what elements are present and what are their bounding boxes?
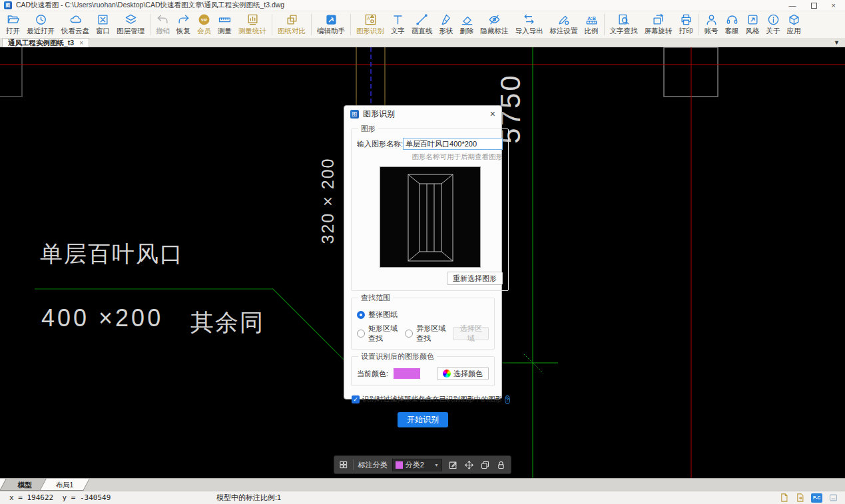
pick-color-button[interactable]: 选择颜色	[437, 367, 489, 380]
toolbar-button-shape[interactable]: 形状	[436, 12, 457, 37]
toolbar-button-clock[interactable]: 最近打开	[23, 12, 58, 37]
toolbar-button-service[interactable]: 客服	[722, 12, 742, 37]
svg-text:VIP: VIP	[201, 18, 207, 22]
category-dropdown-value: 分类2	[406, 460, 424, 470]
toolbar-button-settings[interactable]: 标注设置	[547, 12, 581, 37]
svg-text:A: A	[367, 16, 370, 21]
reselect-shape-button[interactable]: 重新选择图形	[447, 272, 503, 285]
vip-icon: VIP	[198, 13, 210, 26]
window-icon	[97, 13, 109, 26]
tab-overflow-caret-icon[interactable]: ▼	[834, 39, 840, 46]
sheet-tab-layout[interactable]: 布局1	[43, 479, 87, 491]
copy-tool-button[interactable]	[480, 460, 490, 470]
find-icon	[617, 13, 630, 26]
toolbar-button-compare[interactable]: 图纸对比	[274, 12, 309, 37]
ratio-icon: A:B	[585, 13, 598, 26]
dialog-title: 图形识别	[363, 109, 395, 120]
recognize-icon: A	[364, 13, 377, 26]
document-tab-label: 通风工程实例图纸_t3	[8, 39, 74, 48]
help-icon[interactable]: ?	[505, 395, 510, 404]
doc-pdf-icon	[779, 493, 789, 503]
toolbar-button-redo[interactable]: 恢复	[173, 12, 194, 37]
toolbar-button-assistant[interactable]: 编辑助手	[314, 12, 348, 37]
status-bar: x = 194622 y = -340549 模型中的标注比例:1 P-C	[0, 491, 845, 504]
radio-icon	[357, 330, 365, 338]
service-icon	[726, 13, 738, 26]
document-tab-bar: 通风工程实例图纸_t3 × ▼	[0, 38, 845, 47]
dialog-close-icon[interactable]: ×	[490, 109, 495, 119]
move-tool-button[interactable]	[464, 460, 474, 470]
vent-shape-drawing	[380, 167, 481, 268]
maximize-button[interactable]	[811, 3, 817, 9]
toolbar-button-undo[interactable]: 撤销	[152, 12, 173, 37]
toolbar-button-ratio[interactable]: A:B比例	[581, 12, 602, 37]
toolbar-button-line[interactable]: 画直线	[408, 12, 436, 37]
undo-icon	[156, 13, 169, 26]
close-button[interactable]: ×	[832, 0, 836, 11]
pdf-export-icon[interactable]	[779, 493, 789, 503]
toolbar-button-rotate[interactable]: 屏幕旋转	[641, 12, 676, 37]
whiteboard-icon[interactable]	[828, 493, 838, 503]
select-area-button[interactable]: 选择区域	[453, 327, 489, 340]
edit-icon	[448, 460, 458, 470]
search-range-group: 查找范围 整张图纸 矩形区域查找异形区域查找选择区域	[351, 293, 495, 350]
toolbar-divider	[350, 14, 351, 35]
toolbar-button-app[interactable]: 应用	[784, 12, 804, 37]
filter-checkbox[interactable]: ✓	[352, 395, 360, 403]
pc-sync-icon[interactable]: P-C	[811, 493, 822, 503]
document-tab-close-icon[interactable]: ×	[79, 39, 83, 47]
annotation-category-label: 标注分类	[358, 460, 388, 470]
shape-icon	[440, 13, 453, 26]
toolbar-button-eraser[interactable]: 删除	[457, 12, 477, 37]
toolbar-button-find[interactable]: 文字查找	[607, 12, 641, 37]
share-export-icon[interactable]	[795, 493, 805, 503]
toolbar-button-style[interactable]: 风格	[742, 12, 763, 37]
import-export-icon	[523, 13, 535, 26]
toolbar-button-recognize[interactable]: A图形识别	[353, 12, 388, 37]
cad-text-vent-label: 单层百叶风口	[40, 239, 184, 270]
toolbar-button-print[interactable]: 打印	[676, 12, 697, 37]
radio-icon	[405, 330, 413, 338]
radio-option[interactable]: 整张图纸	[357, 310, 398, 320]
toolbar-button-layers[interactable]: 图层管理	[113, 12, 148, 37]
toolbar-button-ruler[interactable]: 测量	[214, 12, 235, 37]
cursor-coordinates: x = 194622 y = -340549	[9, 493, 111, 502]
move-icon	[464, 460, 474, 470]
toolbar-divider	[272, 14, 272, 35]
radio-option[interactable]: 异形区域查找	[405, 324, 449, 344]
start-recognition-button[interactable]: 开始识别	[398, 412, 448, 427]
style-icon	[746, 13, 759, 26]
toolbar-button-import-export[interactable]: 导入导出	[512, 12, 547, 37]
graphic-recognition-dialog: 图 图形识别 × 图形 输入图形名称: 图形名称可用于后期查看图形	[344, 105, 502, 399]
cad-text-rest-same: 其余同	[190, 307, 264, 338]
radio-option[interactable]: 矩形区域查找	[357, 324, 402, 344]
toolbar: 打开最近打开快看云盘窗口图层管理撤销恢复VIP会员测量测量统计图纸对比编辑助手A…	[0, 11, 845, 38]
minimize-button[interactable]: —	[789, 0, 796, 11]
cloud-icon	[69, 13, 82, 26]
toolbar-button-cloud[interactable]: 快看云盘	[58, 12, 93, 37]
toolbar-button-text[interactable]: 文字	[388, 12, 408, 37]
filter-checkbox-label: 识别时过滤掉那些包含在已识别图形中的图形	[362, 395, 502, 404]
toolbar-button-about[interactable]: 关于	[763, 12, 784, 37]
toolbar-button-folder-open[interactable]: 打开	[3, 12, 23, 37]
lock-tool-button[interactable]	[496, 460, 506, 470]
toolbar-divider	[311, 14, 312, 35]
edit-tool-button[interactable]	[448, 460, 458, 470]
shape-group-legend: 图形	[358, 124, 378, 134]
lock-icon	[496, 460, 506, 470]
color-wheel-icon	[443, 370, 451, 378]
category-dropdown[interactable]: 分类2 ▼	[392, 459, 442, 471]
toolbar-button-hide[interactable]: 隐藏标注	[477, 12, 512, 37]
toolbar-button-window[interactable]: 窗口	[93, 12, 113, 37]
chevron-down-icon: ▼	[434, 463, 439, 467]
category-grid-icon[interactable]	[339, 460, 348, 469]
toolbar-button-vip[interactable]: VIP会员	[194, 12, 214, 37]
toolbar-button-account[interactable]: 账号	[701, 12, 722, 37]
shape-name-input[interactable]	[403, 138, 503, 150]
cad-text-vertical-320x200: 320 × 200	[318, 158, 338, 244]
dialog-app-icon: 图	[350, 110, 359, 119]
toolbar-button-stats[interactable]: 测量统计	[235, 12, 270, 37]
document-tab[interactable]: 通风工程实例图纸_t3 ×	[2, 38, 89, 47]
wall-line-gray	[0, 47, 22, 97]
app-icon	[788, 13, 800, 26]
